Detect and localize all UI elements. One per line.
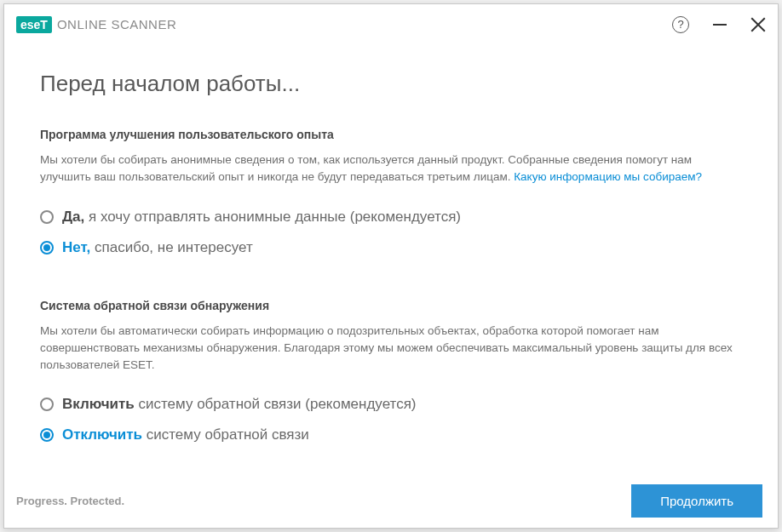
logo: eseT ONLINE SCANNER: [16, 16, 176, 33]
radio-option-yes[interactable]: Да, я хочу отправлять анонимные данные (…: [40, 202, 742, 232]
product-name: ONLINE SCANNER: [57, 17, 176, 31]
tagline: Progress. Protected.: [16, 495, 124, 507]
section-heading: Система обратной связи обнаружения: [40, 299, 742, 312]
app-window: eseT ONLINE SCANNER ? Перед началом рабо…: [3, 3, 779, 529]
radio-icon: [40, 210, 54, 224]
section-heading: Программа улучшения пользовательского оп…: [40, 128, 742, 141]
radio-option-disable[interactable]: Отключить систему обратной связи: [40, 420, 742, 450]
section-cip: Программа улучшения пользовательского оп…: [40, 128, 742, 263]
window-controls: ?: [672, 16, 766, 33]
section-feedback: Система обратной связи обнаружения Мы хо…: [40, 299, 742, 451]
radio-icon: [40, 241, 54, 255]
continue-button[interactable]: Продолжить: [631, 484, 762, 518]
footer: Progress. Protected. Продолжить: [4, 484, 778, 528]
radio-label: Включить систему обратной связи (рекомен…: [62, 396, 417, 413]
radio-group-cip: Да, я хочу отправлять анонимные данные (…: [40, 202, 742, 263]
radio-option-no[interactable]: Нет, спасибо, не интересует: [40, 232, 742, 263]
radio-icon: [40, 398, 54, 411]
info-link[interactable]: Какую информацию мы собираем?: [514, 170, 702, 183]
radio-icon: [40, 428, 54, 442]
radio-label: Да, я хочу отправлять анонимные данные (…: [62, 209, 461, 226]
radio-label: Отключить систему обратной связи: [62, 426, 309, 443]
logo-badge: eseT: [16, 16, 52, 33]
radio-label: Нет, спасибо, не интересует: [62, 239, 253, 256]
help-icon[interactable]: ?: [672, 16, 689, 33]
page-title: Перед началом работы...: [40, 71, 742, 97]
minimize-icon[interactable]: [713, 24, 727, 26]
section-description: Мы хотели бы собирать анонимные сведения…: [40, 152, 742, 186]
radio-group-feedback: Включить систему обратной связи (рекомен…: [40, 389, 742, 450]
radio-option-enable[interactable]: Включить систему обратной связи (рекомен…: [40, 389, 742, 420]
section-description: Мы хотели бы автоматически собирать инфо…: [40, 323, 742, 375]
titlebar: eseT ONLINE SCANNER ?: [4, 4, 778, 45]
close-icon[interactable]: [750, 17, 766, 32]
content-area: Перед началом работы... Программа улучше…: [4, 45, 778, 484]
